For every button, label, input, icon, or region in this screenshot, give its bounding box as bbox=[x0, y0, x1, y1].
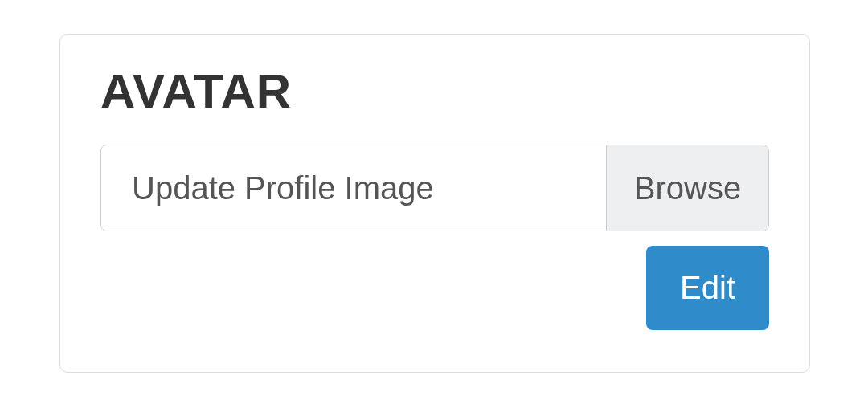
file-input-group: Browse bbox=[100, 145, 769, 231]
browse-button[interactable]: Browse bbox=[606, 145, 768, 231]
actions-row: Edit bbox=[100, 246, 769, 330]
edit-button[interactable]: Edit bbox=[646, 246, 769, 330]
avatar-card: AVATAR Browse Edit bbox=[59, 34, 810, 373]
profile-image-input[interactable] bbox=[101, 145, 606, 231]
avatar-section-title: AVATAR bbox=[100, 63, 769, 119]
